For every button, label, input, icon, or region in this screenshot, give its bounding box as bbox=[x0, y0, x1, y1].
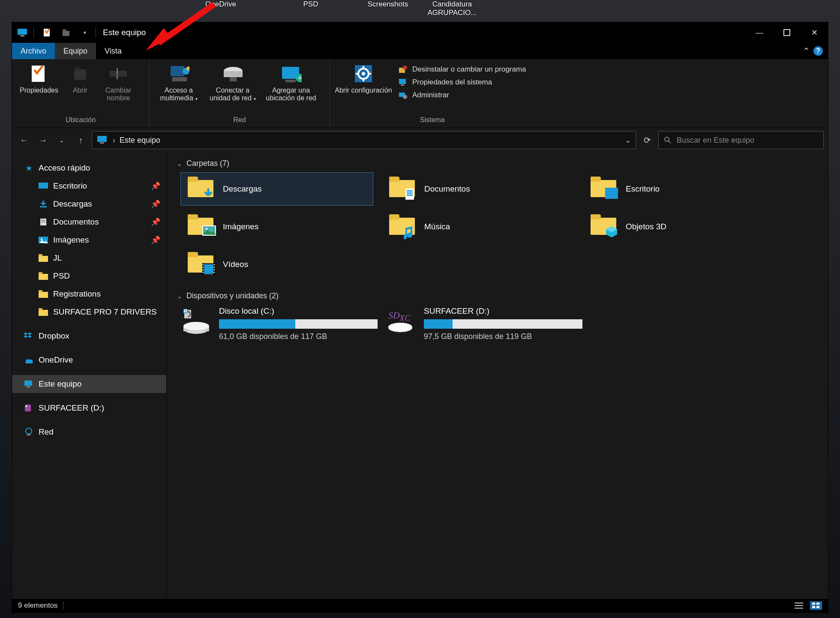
sidebar[interactable]: ★ Acceso rápido Escritorio📌Descargas📌Doc… bbox=[12, 152, 167, 598]
content-pane[interactable]: ⌄ Carpetas (7) DescargasDocumentosEscrit… bbox=[167, 152, 828, 598]
properties-qat-icon[interactable] bbox=[41, 28, 54, 37]
folder-label: Objetos 3D bbox=[626, 222, 666, 231]
folder-item[interactable]: Imágenes bbox=[180, 210, 373, 243]
folder-item[interactable]: Descargas bbox=[180, 172, 373, 206]
drive-item[interactable]: Disco local (C:)61,0 GB disponibles de 1… bbox=[180, 305, 378, 343]
tab-equipo[interactable]: Equipo bbox=[55, 43, 96, 59]
conectar-unidad-button[interactable]: Conectar a unidad de red ▾ bbox=[207, 63, 258, 102]
system-properties-icon bbox=[398, 78, 408, 87]
abrir-configuracion-button[interactable]: Abrir configuración bbox=[333, 63, 393, 94]
folder-item[interactable]: Objetos 3D bbox=[583, 210, 776, 243]
search-input[interactable]: Buscar en Este equipo bbox=[658, 131, 824, 149]
sidebar-onedrive[interactable]: OneDrive bbox=[12, 351, 166, 369]
svg-rect-47 bbox=[39, 254, 42, 256]
window-title: Este equipo bbox=[103, 28, 146, 37]
sidebar-pinned-item[interactable]: Escritorio📌 bbox=[12, 177, 166, 195]
maximize-button[interactable] bbox=[773, 22, 801, 43]
status-bar: 9 elementos bbox=[12, 598, 828, 612]
sidebar-quick-access[interactable]: ★ Acceso rápido bbox=[12, 159, 166, 177]
drive-item[interactable]: SDXCSURFACEER (D:)97,5 GB disponibles de… bbox=[385, 305, 582, 343]
group-header-drives[interactable]: ⌄ Dispositivos y unidades (2) bbox=[175, 289, 819, 305]
administrar-link[interactable]: Administrar bbox=[398, 91, 526, 99]
history-dropdown[interactable]: ⌄ bbox=[54, 132, 69, 148]
desktop-icon-label[interactable]: OneDrive bbox=[189, 0, 253, 9]
folder-qat-icon[interactable] bbox=[60, 28, 72, 37]
desinstalar-link[interactable]: Desinstalar o cambiar un programa bbox=[398, 65, 526, 74]
sidebar-pinned-item[interactable]: Descargas📌 bbox=[12, 195, 166, 213]
open-icon bbox=[69, 63, 91, 84]
tab-vista[interactable]: Vista bbox=[96, 43, 130, 59]
desktop-icon-label[interactable]: Candidatura AGRUPACIO... bbox=[420, 0, 484, 17]
folder-label: Descargas bbox=[223, 184, 262, 194]
svg-rect-73 bbox=[203, 267, 204, 268]
drive-usage-bar bbox=[219, 319, 378, 329]
folder-icon bbox=[389, 214, 417, 239]
breadcrumb-item[interactable]: Este equipo bbox=[120, 136, 160, 145]
folder-icon bbox=[38, 307, 49, 317]
sidebar-this-pc[interactable]: Este equipo bbox=[12, 375, 166, 393]
sidebar-folder-item[interactable]: SURFACE PRO 7 DRIVERS bbox=[12, 303, 166, 321]
svg-rect-49 bbox=[39, 272, 42, 274]
svg-rect-76 bbox=[214, 264, 215, 265]
collapse-ribbon-icon[interactable]: ⌃ bbox=[803, 46, 810, 56]
address-bar[interactable]: › Este equipo ⌄ bbox=[92, 131, 636, 149]
item-count: 9 elementos bbox=[18, 601, 58, 610]
svg-rect-82 bbox=[184, 309, 185, 311]
sidebar-folder-item[interactable]: PSD bbox=[12, 267, 166, 285]
svg-point-37 bbox=[665, 137, 669, 141]
pin-icon: 📌 bbox=[151, 217, 160, 227]
up-button[interactable]: ↑ bbox=[73, 132, 88, 148]
details-view-button[interactable] bbox=[793, 601, 805, 610]
acceso-multimedia-button[interactable]: Acceso a multimedia ▾ bbox=[153, 63, 204, 102]
folder-icon bbox=[38, 235, 49, 245]
svg-rect-79 bbox=[214, 272, 215, 273]
folder-item[interactable]: Escritorio bbox=[583, 172, 776, 206]
close-button[interactable]: ✕ bbox=[801, 22, 828, 43]
sidebar-pinned-item[interactable]: Documentos📌 bbox=[12, 213, 166, 231]
propiedades-sistema-link[interactable]: Propiedades del sistema bbox=[398, 78, 526, 87]
svg-rect-59 bbox=[27, 434, 30, 435]
refresh-button[interactable]: ⟳ bbox=[639, 132, 655, 148]
propiedades-button[interactable]: Propiedades bbox=[15, 63, 63, 94]
svg-rect-46 bbox=[39, 256, 48, 262]
minimize-button[interactable]: — bbox=[746, 22, 773, 43]
svg-rect-75 bbox=[203, 272, 204, 273]
svg-rect-16 bbox=[224, 71, 243, 77]
folder-item[interactable]: Vídeos bbox=[180, 248, 373, 281]
sidebar-folder-item[interactable]: Registrations bbox=[12, 285, 166, 303]
abrir-button[interactable]: Abrir bbox=[65, 63, 95, 94]
pin-icon: 📌 bbox=[151, 181, 160, 191]
svg-rect-78 bbox=[214, 269, 215, 270]
sidebar-dropbox[interactable]: Dropbox bbox=[12, 327, 166, 345]
folder-icon bbox=[38, 217, 49, 227]
sidebar-folder-item[interactable]: JL bbox=[12, 249, 166, 267]
svg-rect-9 bbox=[110, 71, 127, 77]
gear-icon bbox=[353, 63, 374, 84]
back-button[interactable]: ← bbox=[16, 132, 32, 148]
sidebar-network[interactable]: Red bbox=[12, 423, 166, 441]
forward-button[interactable]: → bbox=[35, 132, 51, 148]
explorer-window: ▾ Este equipo — ✕ Archivo Equipo Vista ⌃… bbox=[12, 22, 828, 612]
thispc-icon bbox=[96, 135, 108, 145]
chevron-down-icon: ⌄ bbox=[177, 160, 182, 167]
desktop-icon-label[interactable]: Screenshots bbox=[356, 0, 420, 9]
cambiar-nombre-button[interactable]: Cambiar nombre bbox=[98, 63, 139, 102]
chevron-down-icon[interactable]: ⌄ bbox=[625, 135, 631, 145]
folder-item[interactable]: Música bbox=[382, 210, 575, 243]
breadcrumb-arrow[interactable]: › bbox=[113, 136, 115, 145]
help-icon[interactable]: ? bbox=[813, 46, 823, 56]
qat-dropdown-icon[interactable]: ▾ bbox=[78, 28, 91, 37]
svg-rect-97 bbox=[816, 603, 819, 605]
sidebar-sdcard[interactable]: SURFACEER (D:) bbox=[12, 399, 166, 417]
rename-icon bbox=[108, 63, 129, 84]
sidebar-pinned-item[interactable]: Imágenes📌 bbox=[12, 231, 166, 249]
tiles-view-button[interactable] bbox=[810, 601, 822, 610]
desktop-icon-label[interactable]: PSD bbox=[279, 0, 343, 9]
folder-item[interactable]: Documentos bbox=[382, 172, 575, 206]
svg-rect-19 bbox=[285, 80, 296, 82]
group-header-folders[interactable]: ⌄ Carpetas (7) bbox=[175, 156, 819, 172]
title-bar[interactable]: ▾ Este equipo — ✕ bbox=[12, 22, 828, 43]
tab-archivo[interactable]: Archivo bbox=[12, 43, 55, 59]
agregar-ubicacion-button[interactable]: + Agregar una ubicación de red bbox=[261, 63, 321, 102]
folder-label: Imágenes bbox=[223, 222, 258, 231]
